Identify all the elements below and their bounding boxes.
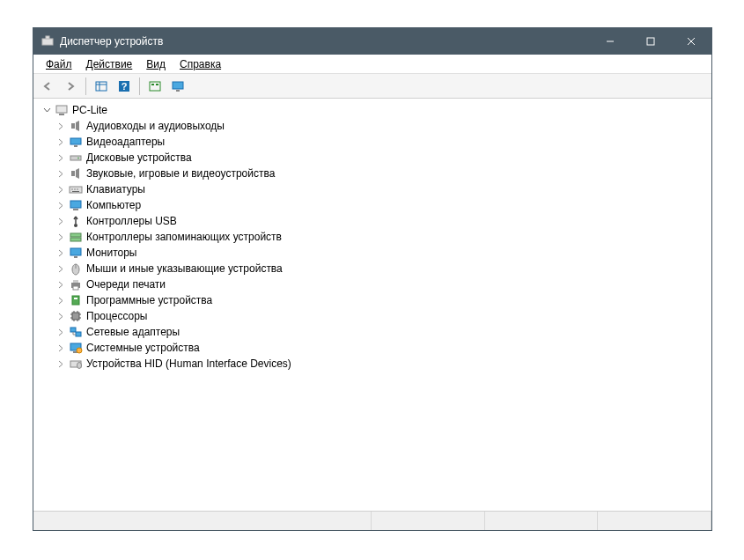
menu-file[interactable]: Файл <box>39 56 79 72</box>
printer-icon <box>69 277 83 291</box>
maximize-button[interactable] <box>630 28 671 55</box>
svg-rect-20 <box>74 145 77 147</box>
svg-rect-13 <box>156 84 158 85</box>
device-tree-panel[interactable]: PC-Lite Аудиовходы и аудиовыходыВидеоада… <box>33 99 711 511</box>
tree-category-node[interactable]: Компьютер <box>35 197 710 213</box>
chevron-right-icon[interactable] <box>55 215 67 227</box>
chevron-right-icon[interactable] <box>55 151 67 164</box>
menu-action[interactable]: Действие <box>79 56 140 72</box>
svg-text:?: ? <box>122 81 128 92</box>
minimize-button[interactable] <box>590 28 630 55</box>
svg-rect-44 <box>72 313 79 320</box>
svg-point-61 <box>77 363 82 369</box>
chevron-right-icon[interactable] <box>55 183 67 195</box>
tree-category-node[interactable]: Контроллеры USB <box>35 213 710 229</box>
system-icon <box>69 341 83 355</box>
tree-category-node[interactable]: Сетевые адаптеры <box>35 324 710 340</box>
tree-category-node[interactable]: Очереди печати <box>35 276 710 292</box>
svg-point-25 <box>71 188 72 189</box>
chevron-right-icon[interactable] <box>55 120 67 132</box>
audio-icon <box>69 166 83 181</box>
back-button[interactable] <box>37 76 58 97</box>
computer-icon <box>69 198 83 212</box>
tree-root-label: PC-Lite <box>72 104 107 116</box>
chevron-right-icon[interactable] <box>55 262 67 275</box>
status-cell <box>598 512 711 530</box>
network-icon <box>69 325 83 339</box>
chevron-right-icon[interactable] <box>55 167 67 180</box>
help-button[interactable]: ? <box>114 76 135 97</box>
tree-category-label: Аудиовходы и аудиовыходы <box>86 120 225 132</box>
status-cell <box>372 512 485 530</box>
chevron-right-icon[interactable] <box>55 199 67 211</box>
tree-category-label: Мыши и иные указывающие устройства <box>86 262 283 275</box>
usb-icon <box>69 214 83 228</box>
svg-point-22 <box>77 158 79 159</box>
hid-icon <box>69 357 83 371</box>
scan-hardware-button[interactable] <box>144 76 166 97</box>
window-title: Диспетчер устройств <box>60 35 590 48</box>
chevron-right-icon[interactable] <box>55 310 67 322</box>
tree-category-node[interactable]: Процессоры <box>35 308 710 324</box>
show-hide-tree-button[interactable] <box>91 76 112 97</box>
svg-rect-21 <box>70 156 81 160</box>
display-icon <box>69 135 83 149</box>
disk-icon <box>69 151 83 165</box>
close-button[interactable] <box>671 28 711 55</box>
tree-category-node[interactable]: Устройства HID (Human Interface Devices) <box>35 356 710 372</box>
svg-rect-43 <box>74 298 77 299</box>
chevron-right-icon[interactable] <box>55 294 67 306</box>
svg-rect-35 <box>70 248 81 255</box>
svg-rect-36 <box>74 256 77 258</box>
tree-category-node[interactable]: Звуковые, игровые и видеоустройства <box>35 166 710 181</box>
tree-category-node[interactable]: Контроллеры запоминающих устройств <box>35 229 710 245</box>
tree-root-node[interactable]: PC-Lite <box>35 102 710 118</box>
tree-category-node[interactable]: Клавиатуры <box>35 181 710 197</box>
computer-icon <box>55 103 69 117</box>
svg-rect-15 <box>176 90 180 92</box>
svg-rect-3 <box>647 38 654 45</box>
forward-button[interactable] <box>60 76 81 97</box>
svg-point-31 <box>74 224 77 227</box>
svg-rect-54 <box>76 332 81 336</box>
menu-view[interactable]: Вид <box>139 56 173 72</box>
tree-category-label: Клавиатуры <box>86 183 145 195</box>
tree-category-label: Устройства HID (Human Interface Devices) <box>86 357 291 370</box>
chevron-right-icon[interactable] <box>55 136 67 148</box>
svg-rect-16 <box>56 106 67 113</box>
chevron-right-icon[interactable] <box>55 342 67 354</box>
tree-category-label: Сетевые адаптеры <box>86 326 180 338</box>
tree-category-label: Процессоры <box>86 310 148 322</box>
tree-category-node[interactable]: Дисковые устройства <box>35 150 710 166</box>
tree-category-label: Программные устройства <box>86 294 212 306</box>
tree-category-label: Очереди печати <box>86 278 166 291</box>
menubar: Файл Действие Вид Справка <box>33 55 711 74</box>
svg-rect-19 <box>70 138 81 144</box>
svg-rect-41 <box>73 286 78 290</box>
svg-rect-23 <box>71 171 75 176</box>
chevron-right-icon[interactable] <box>55 278 67 291</box>
svg-rect-28 <box>72 191 79 192</box>
titlebar[interactable]: Диспетчер устройств <box>33 28 711 55</box>
tree-category-label: Системные устройства <box>86 342 200 354</box>
tree-category-label: Звуковые, игровые и видеоустройства <box>86 167 275 180</box>
tree-category-label: Контроллеры USB <box>86 215 177 227</box>
monitor-button[interactable] <box>167 76 188 97</box>
chevron-down-icon[interactable] <box>41 104 53 116</box>
tree-category-node[interactable]: Мыши и иные указывающие устройства <box>35 261 710 276</box>
svg-rect-17 <box>59 114 64 115</box>
tree-category-node[interactable]: Программные устройства <box>35 292 710 308</box>
chevron-right-icon[interactable] <box>55 247 67 259</box>
tree-category-node[interactable]: Аудиовходы и аудиовыходы <box>35 118 710 134</box>
status-cell <box>485 512 599 530</box>
menu-help[interactable]: Справка <box>173 56 228 72</box>
statusbar <box>33 511 711 530</box>
device-manager-window: Диспетчер устройств Файл Действие Вид Сп… <box>33 27 712 531</box>
svg-rect-30 <box>73 209 78 210</box>
tree-category-node[interactable]: Видеоадаптеры <box>35 134 710 150</box>
chevron-right-icon[interactable] <box>55 357 67 370</box>
chevron-right-icon[interactable] <box>55 326 67 338</box>
tree-category-node[interactable]: Мониторы <box>35 245 710 261</box>
tree-category-node[interactable]: Системные устройства <box>35 340 710 356</box>
chevron-right-icon[interactable] <box>55 231 67 243</box>
